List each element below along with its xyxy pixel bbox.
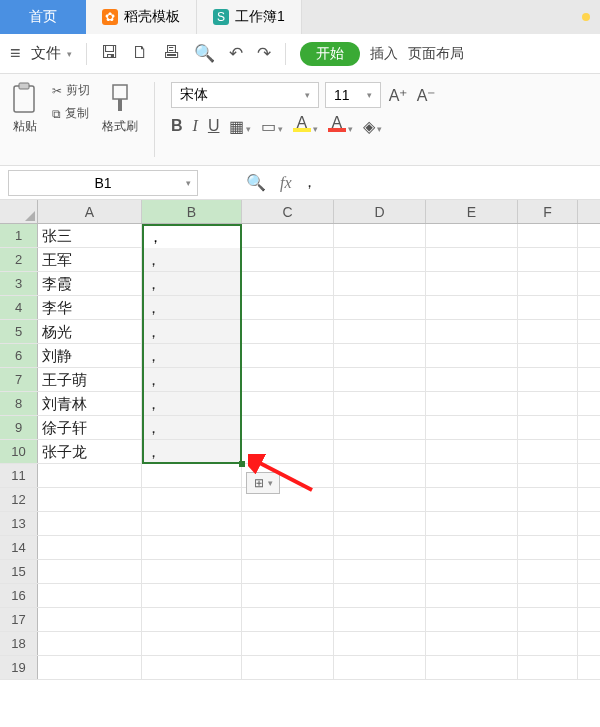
search-icon[interactable]: 🔍 xyxy=(246,173,266,192)
print-preview-icon[interactable]: 🗋 xyxy=(132,43,149,64)
fx-icon[interactable]: fx xyxy=(280,174,292,192)
cell-D19[interactable] xyxy=(334,656,426,679)
cell-D10[interactable] xyxy=(334,440,426,463)
cell-F4[interactable] xyxy=(518,296,578,319)
col-header-D[interactable]: D xyxy=(334,200,426,223)
cell-B19[interactable] xyxy=(142,656,242,679)
cell-A4[interactable]: 李华 xyxy=(38,296,142,319)
row-header[interactable]: 4 xyxy=(0,296,38,319)
cell-A16[interactable] xyxy=(38,584,142,607)
merge-button[interactable]: ▭▾ xyxy=(261,117,283,136)
tab-home[interactable]: 首页 xyxy=(0,0,86,34)
cell-C15[interactable] xyxy=(242,560,334,583)
cell-B6[interactable]: ， xyxy=(142,344,242,367)
cell-F6[interactable] xyxy=(518,344,578,367)
cell-D11[interactable] xyxy=(334,464,426,487)
save-icon[interactable]: 🖫 xyxy=(101,43,118,64)
cell-F1[interactable] xyxy=(518,224,578,247)
ribbon-tab-pagelayout[interactable]: 页面布局 xyxy=(408,45,464,63)
cell-D6[interactable] xyxy=(334,344,426,367)
cell-B3[interactable]: ， xyxy=(142,272,242,295)
cell-E15[interactable] xyxy=(426,560,518,583)
cell-B9[interactable]: ， xyxy=(142,416,242,439)
print-icon[interactable]: 🖶 xyxy=(163,43,180,64)
border-button[interactable]: ▦▾ xyxy=(229,117,251,136)
cell-C1[interactable] xyxy=(242,224,334,247)
cell-F17[interactable] xyxy=(518,608,578,631)
cell-D5[interactable] xyxy=(334,320,426,343)
format-painter-button[interactable]: 格式刷 xyxy=(102,82,138,135)
cell-E17[interactable] xyxy=(426,608,518,631)
cell-D12[interactable] xyxy=(334,488,426,511)
redo-icon[interactable]: ↷ xyxy=(257,43,271,64)
cell-F14[interactable] xyxy=(518,536,578,559)
row-header[interactable]: 6 xyxy=(0,344,38,367)
font-name-select[interactable]: 宋体 ▾ xyxy=(171,82,319,108)
cell-B16[interactable] xyxy=(142,584,242,607)
cell-D14[interactable] xyxy=(334,536,426,559)
row-header[interactable]: 7 xyxy=(0,368,38,391)
col-header-A[interactable]: A xyxy=(38,200,142,223)
cell-D4[interactable] xyxy=(334,296,426,319)
cell-A1[interactable]: 张三 xyxy=(38,224,142,247)
cell-A11[interactable] xyxy=(38,464,142,487)
cell-C3[interactable] xyxy=(242,272,334,295)
cell-D3[interactable] xyxy=(334,272,426,295)
cell-D18[interactable] xyxy=(334,632,426,655)
tab-templates[interactable]: ✿ 稻壳模板 xyxy=(86,0,197,34)
cell-B5[interactable]: ， xyxy=(142,320,242,343)
row-header[interactable]: 15 xyxy=(0,560,38,583)
cell-E1[interactable] xyxy=(426,224,518,247)
cell-F19[interactable] xyxy=(518,656,578,679)
cell-A10[interactable]: 张子龙 xyxy=(38,440,142,463)
cell-B18[interactable] xyxy=(142,632,242,655)
cell-C14[interactable] xyxy=(242,536,334,559)
cell-C13[interactable] xyxy=(242,512,334,535)
preview-icon[interactable]: 🔍 xyxy=(194,43,215,64)
row-header[interactable]: 13 xyxy=(0,512,38,535)
text-color-button[interactable]: A ▾ xyxy=(328,116,353,136)
cell-E7[interactable] xyxy=(426,368,518,391)
row-header[interactable]: 5 xyxy=(0,320,38,343)
row-header[interactable]: 2 xyxy=(0,248,38,271)
cell-A3[interactable]: 李霞 xyxy=(38,272,142,295)
paste-options-button[interactable]: ⊞ ▾ xyxy=(246,472,280,494)
col-header-E[interactable]: E xyxy=(426,200,518,223)
menu-file[interactable]: 文件 ▾ xyxy=(31,44,72,63)
cell-E3[interactable] xyxy=(426,272,518,295)
cell-A19[interactable] xyxy=(38,656,142,679)
cell-E19[interactable] xyxy=(426,656,518,679)
decrease-font-button[interactable]: A⁻ xyxy=(415,84,437,106)
cell-F18[interactable] xyxy=(518,632,578,655)
cell-A12[interactable] xyxy=(38,488,142,511)
cell-C10[interactable] xyxy=(242,440,334,463)
cell-F16[interactable] xyxy=(518,584,578,607)
col-header-B[interactable]: B xyxy=(142,200,242,223)
row-header[interactable]: 17 xyxy=(0,608,38,631)
cell-B17[interactable] xyxy=(142,608,242,631)
cell-F12[interactable] xyxy=(518,488,578,511)
cell-E2[interactable] xyxy=(426,248,518,271)
col-header-C[interactable]: C xyxy=(242,200,334,223)
more-font-button[interactable]: ◈▾ xyxy=(363,117,382,136)
hamburger-icon[interactable]: ≡ xyxy=(10,43,21,64)
cell-D2[interactable] xyxy=(334,248,426,271)
cell-B2[interactable]: ， xyxy=(142,248,242,271)
cell-E8[interactable] xyxy=(426,392,518,415)
cell-C19[interactable] xyxy=(242,656,334,679)
cell-B12[interactable] xyxy=(142,488,242,511)
cell-C7[interactable] xyxy=(242,368,334,391)
cell-C2[interactable] xyxy=(242,248,334,271)
cell-F8[interactable] xyxy=(518,392,578,415)
cell-E14[interactable] xyxy=(426,536,518,559)
underline-button[interactable]: U xyxy=(208,117,220,135)
cell-D13[interactable] xyxy=(334,512,426,535)
cell-E18[interactable] xyxy=(426,632,518,655)
cell-F15[interactable] xyxy=(518,560,578,583)
cell-C5[interactable] xyxy=(242,320,334,343)
row-header[interactable]: 3 xyxy=(0,272,38,295)
italic-button[interactable]: I xyxy=(193,117,198,135)
cell-F5[interactable] xyxy=(518,320,578,343)
cell-D7[interactable] xyxy=(334,368,426,391)
cell-E11[interactable] xyxy=(426,464,518,487)
